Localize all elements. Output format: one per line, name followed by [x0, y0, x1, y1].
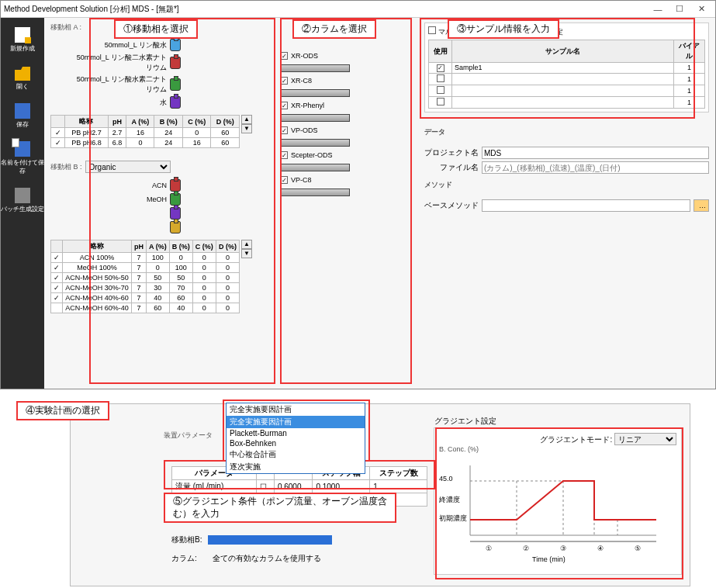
callout-3: ③サンプル情報を入力: [448, 19, 559, 39]
column-selection: ✓ XR-ODS ✓ XR-C8 ✓ XR-Phenyl ✓ VP-ODS ✓ …: [257, 22, 420, 384]
right-panels: マルチバイアル サンプル毎に指定 使用サンプル名バイアル ✓ Sample1 1…: [424, 22, 709, 384]
minimize-button[interactable]: —: [647, 5, 669, 14]
column-name: VP-C8: [291, 176, 312, 184]
file-label: ファイル名: [424, 162, 479, 173]
solvent-label: 50mmol_L リン酸水: [74, 40, 167, 50]
column-item[interactable]: ✓ VP-ODS: [280, 126, 420, 134]
callout-2: ②カラムを選択: [292, 19, 376, 39]
table-row[interactable]: 1: [429, 96, 705, 108]
bottle-icon[interactable]: [170, 96, 181, 109]
data-section: データ プロジェクト名 ファイル名 メソッド ベースメソッド …: [424, 119, 709, 215]
column-cartridge-icon: [280, 139, 350, 147]
mobile-b-row: 移動相B:: [171, 534, 332, 545]
sample-table[interactable]: 使用サンプル名バイアル ✓ Sample1 1 1 1 1: [428, 40, 705, 109]
method-heading: メソッド: [424, 180, 709, 190]
bottle-icon[interactable]: [170, 193, 181, 206]
dropdown-option[interactable]: 中心複合計画: [227, 448, 365, 461]
base-method-input[interactable]: [482, 199, 690, 212]
browse-button[interactable]: …: [694, 199, 709, 212]
dropdown-option[interactable]: 逐次実施: [227, 461, 365, 473]
column-name: XR-C8: [291, 77, 312, 85]
mp-b-spin[interactable]: ▲▼: [241, 240, 252, 313]
grad-xtick: ⑤: [619, 545, 656, 552]
column-check-icon[interactable]: ✓: [280, 126, 288, 134]
content-area: ①移動相を選択 ②カラムを選択 ③サンプル情報を入力 移動相 A : 50mmo…: [44, 18, 715, 389]
file-input[interactable]: [482, 161, 709, 174]
dropdown-option[interactable]: Box-Behnken: [227, 438, 365, 448]
solvent-label: 50mmol_L リン酸水素二ナトリウム: [74, 74, 167, 95]
bottle-icon[interactable]: [170, 57, 181, 69]
bottle-icon[interactable]: [170, 207, 181, 220]
callout-5: ⑤グラジエント条件（ポンプ流量、オーブン温度含む）を入力: [164, 493, 396, 523]
gradient-heading: グラジエント設定: [434, 416, 496, 427]
solvent-label: MeOH: [74, 195, 167, 203]
column-item[interactable]: ✓ XR-Phenyl: [280, 102, 420, 109]
solvent-label: 水: [74, 98, 167, 108]
mp-b-select[interactable]: Organic: [85, 161, 171, 173]
grad-ytick-top: 45.0: [439, 475, 453, 483]
mobile-b-bar[interactable]: [208, 535, 332, 545]
bottle-icon[interactable]: [170, 221, 181, 233]
column-name: XR-ODS: [291, 52, 318, 60]
mp-a-spin[interactable]: ▲▼: [241, 115, 252, 148]
sidebar-label-saveas: 名前を付けて保存: [1, 159, 44, 175]
grad-xtick: ③: [545, 545, 582, 552]
solvent-label: 50mmol_L リン酸二水素ナトリウム: [74, 53, 167, 73]
column-check-icon[interactable]: ✓: [280, 77, 288, 85]
sidebar-item-new[interactable]: 新規作成: [1, 22, 44, 61]
dropdown-option[interactable]: Plackett-Burman: [227, 428, 365, 438]
dropdown-option[interactable]: 完全実施要因計画: [227, 416, 365, 428]
column-check-icon[interactable]: ✓: [280, 151, 288, 159]
grad-ytick-start: 初期濃度: [439, 514, 467, 524]
column-cartridge-icon: [280, 89, 350, 97]
sidebar-item-save[interactable]: 保存: [1, 99, 44, 137]
close-button[interactable]: ✕: [690, 4, 712, 14]
gradient-mode-select[interactable]: リニア: [614, 433, 676, 445]
bottle-icon[interactable]: [170, 78, 181, 91]
grad-xlab: Time (min): [532, 555, 566, 563]
table-row[interactable]: 1: [429, 85, 705, 96]
solvent-row: 50mmol_L リン酸水: [74, 39, 252, 51]
column-check-icon[interactable]: ✓: [280, 102, 288, 109]
dev-param-label: 装置パラメータ: [164, 431, 213, 441]
column-check-icon[interactable]: ✓: [280, 176, 288, 184]
window-title: Method Development Solution [分析] MDS - […: [4, 4, 647, 15]
base-method-label: ベースメソッド: [424, 200, 479, 211]
column-name: Scepter-ODS: [291, 151, 333, 159]
column-check-icon[interactable]: ✓: [280, 52, 288, 60]
solvent-row: 水: [74, 96, 252, 109]
gradient-svg: [439, 458, 664, 551]
mp-a-solvents: 50mmol_L リン酸水 50mmol_L リン酸二水素ナトリウム 50mmo…: [50, 37, 252, 110]
mobile-phase-column: 移動相 A : 50mmol_L リン酸水 50mmol_L リン酸二水素ナトリ…: [50, 22, 252, 384]
sidebar-item-saveas[interactable]: 名前を付けて保存: [1, 137, 44, 183]
doe-dropdown[interactable]: 完全実施要因計画完全実施要因計画Plackett-BurmanBox-Behnk…: [226, 403, 365, 474]
column-item[interactable]: ✓ XR-ODS: [280, 52, 420, 60]
column-item[interactable]: ✓ XR-C8: [280, 77, 420, 85]
bottle-icon[interactable]: [170, 39, 181, 51]
sidebar-item-open[interactable]: 開く: [1, 61, 44, 99]
column-use-value: 全ての有効なカラムを使用する: [213, 553, 321, 564]
sidebar-item-batch[interactable]: バッチ生成設定: [1, 183, 44, 221]
sidebar-label-open: 開く: [16, 83, 29, 90]
sidebar-label-batch: バッチ生成設定: [1, 206, 44, 213]
solvent-row: 50mmol_L リン酸二水素ナトリウム: [74, 53, 252, 73]
grad-xtick: ②: [507, 545, 545, 552]
batch-icon: [15, 188, 30, 203]
grad-ytick-end: 終濃度: [439, 495, 460, 505]
mp-b-table[interactable]: 略称pHA (%)B (%)C (%)D (%)✓ACN 100%7100000…: [50, 240, 240, 313]
mp-a-table[interactable]: 略称pHA (%)B (%)C (%)D (%)✓PB pH2.72.71624…: [50, 115, 240, 148]
maximize-button[interactable]: ☐: [669, 4, 690, 14]
column-item[interactable]: ✓ Scepter-ODS: [280, 151, 420, 159]
table-row[interactable]: ✓ Sample1 1: [429, 63, 705, 74]
column-cartridge-icon: [280, 164, 350, 171]
solvent-label: ACN: [74, 182, 167, 189]
app-window: Method Development Solution [分析] MDS - […: [0, 0, 716, 389]
column-use-label: カラム:: [171, 553, 197, 564]
bottle-icon[interactable]: [170, 179, 181, 192]
column-item[interactable]: ✓ VP-C8: [280, 176, 420, 184]
project-input[interactable]: [482, 147, 709, 159]
dropdown-option[interactable]: 完全実施要因計画: [227, 403, 365, 416]
table-row[interactable]: 1: [429, 73, 705, 85]
solvent-row: ACN: [74, 179, 252, 192]
column-cartridge-icon: [280, 189, 350, 196]
